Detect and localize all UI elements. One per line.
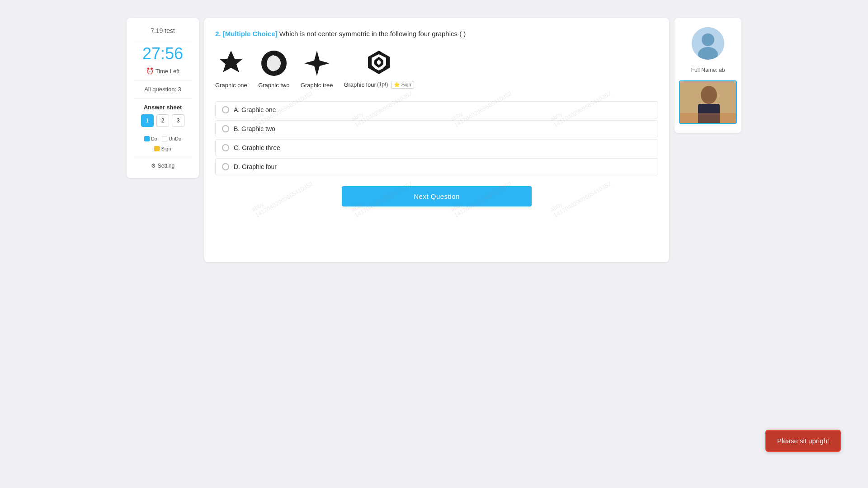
legend-do: Do	[144, 136, 157, 141]
radio-c	[222, 144, 229, 151]
legend-row: Do UnDo Sign	[134, 136, 192, 151]
svg-point-7	[701, 86, 717, 104]
camera-person	[680, 81, 736, 123]
divider-4	[134, 157, 192, 157]
answer-btn-2[interactable]: 2	[156, 114, 169, 127]
graphics-row: Graphic one Graphic two	[215, 47, 658, 92]
test-title: 7.19 test	[151, 27, 175, 34]
watermark-5: abby14170402969665410352	[250, 174, 314, 219]
timer-display: 27:56	[142, 46, 183, 62]
time-left-row: ⏰ Time Left	[146, 67, 180, 75]
question-panel: abby14170402969665410352 abby14170402969…	[204, 18, 669, 262]
sign-badge[interactable]: ⭐ Sign	[391, 81, 414, 89]
points-label: (1pt)	[377, 81, 388, 88]
graphic-label-2: Graphic two	[258, 82, 289, 89]
graphic-item-4: Graphic four (1pt) ⭐ Sign	[344, 47, 414, 89]
full-name-row: Full Name: ab	[691, 67, 725, 73]
setting-label: Setting	[158, 163, 175, 169]
divider-3	[134, 98, 192, 99]
alert-box: Please sit upright	[765, 430, 841, 452]
full-name-label: Full Name:	[691, 67, 717, 73]
sign-label: Sign	[161, 146, 171, 151]
graphic-label-1: Graphic one	[215, 82, 247, 89]
radio-a	[222, 106, 229, 113]
do-box	[144, 136, 150, 141]
camera-feed	[679, 80, 737, 124]
graphic-two-svg	[259, 49, 288, 78]
graphic-img-4	[363, 47, 395, 78]
undo-label: UnDo	[169, 136, 181, 141]
option-a-text: A. Graphic one	[234, 106, 276, 113]
svg-rect-9	[680, 113, 737, 124]
alert-message: Please sit upright	[777, 437, 829, 445]
graphic-label-3: Graphic tree	[301, 82, 333, 89]
sign-box	[154, 146, 160, 151]
option-d[interactable]: D. Graphic four	[215, 158, 658, 175]
option-b-text: B. Graphic two	[234, 125, 275, 132]
avatar-svg	[692, 27, 724, 60]
undo-box	[162, 136, 167, 141]
question-number: 2.	[215, 30, 221, 38]
option-c-text: C. Graphic three	[234, 144, 280, 151]
camera-silhouette	[680, 81, 737, 124]
radio-b	[222, 125, 229, 132]
legend-undo: UnDo	[162, 136, 181, 141]
graphic-one-svg	[217, 49, 245, 78]
answer-sheet-section: Answer sheet 1 2 3	[134, 104, 192, 127]
graphic-label-4-row: Graphic four (1pt) ⭐ Sign	[344, 81, 414, 89]
options-list: A. Graphic one B. Graphic two C. Graphic…	[215, 101, 658, 175]
option-a[interactable]: A. Graphic one	[215, 101, 658, 118]
graphic-img-1	[215, 47, 247, 79]
question-type: [Multiple Choice]	[223, 30, 278, 38]
divider-2	[134, 80, 192, 80]
setting-row[interactable]: ⚙ Setting	[151, 163, 175, 169]
svg-point-4	[702, 33, 714, 46]
do-label: Do	[151, 136, 157, 141]
question-header: 2. [Multiple Choice] Which is not center…	[215, 29, 658, 39]
option-d-text: D. Graphic four	[234, 163, 277, 170]
graphic-item-1: Graphic one	[215, 47, 247, 89]
graphic-img-3	[301, 47, 333, 79]
graphic-label-4: Graphic four	[344, 81, 376, 88]
answer-btn-3[interactable]: 3	[172, 114, 184, 127]
legend-sign: Sign	[154, 146, 171, 151]
answer-btn-1[interactable]: 1	[141, 114, 154, 127]
right-panel: Full Name: ab	[675, 18, 741, 133]
answer-sheet-title: Answer sheet	[134, 104, 192, 111]
clock-icon: ⏰	[146, 67, 154, 75]
divider-1	[134, 40, 192, 40]
time-left-label: Time Left	[156, 68, 180, 75]
all-question-label: All question: 3	[144, 86, 181, 93]
graphic-three-svg	[302, 49, 331, 78]
question-text: Which is not center symmetric in the fol…	[279, 30, 466, 38]
option-b[interactable]: B. Graphic two	[215, 120, 658, 137]
answer-buttons: 1 2 3	[134, 114, 192, 127]
next-question-button[interactable]: Next Question	[342, 186, 532, 206]
svg-marker-2	[304, 51, 330, 76]
graphic-item-2: Graphic two	[258, 47, 290, 89]
avatar	[692, 27, 724, 60]
full-name-value: ab	[719, 67, 725, 73]
option-c[interactable]: C. Graphic three	[215, 139, 658, 156]
watermark-8: abby14170402969665410352	[549, 174, 612, 219]
graphic-four-svg	[364, 48, 393, 77]
graphic-item-3: Graphic tree	[301, 47, 333, 89]
radio-d	[222, 163, 229, 170]
svg-marker-0	[219, 51, 243, 72]
gear-icon: ⚙	[151, 163, 156, 169]
left-panel: 7.19 test 27:56 ⏰ Time Left All question…	[127, 18, 199, 178]
graphic-img-2	[258, 47, 290, 79]
